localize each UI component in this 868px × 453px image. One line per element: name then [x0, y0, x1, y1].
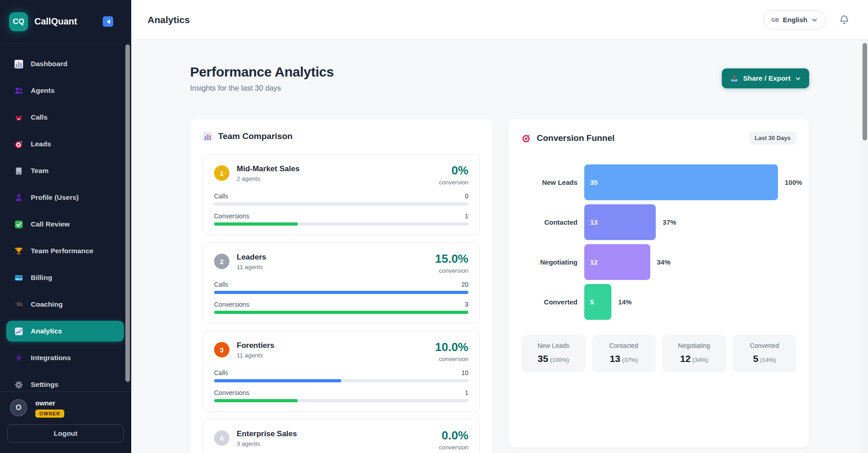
agents-icon — [14, 86, 24, 96]
team-row: 4 Enterprise Sales 3 agents 0.0% convers… — [203, 419, 480, 453]
team-row: 1 Mid-Market Sales 2 agents 0% conversio… — [203, 154, 480, 235]
page-scrollbar[interactable] — [861, 40, 868, 453]
funnel-bar: 12 — [584, 244, 650, 280]
language-selector[interactable]: GB English — [763, 10, 826, 29]
sidebar-item-team-performance[interactable]: Team Performance — [6, 241, 124, 261]
stat-box: New Leads 35(100%) — [521, 335, 586, 372]
conversion-rate: 0% — [439, 164, 468, 176]
sidebar-item-label: Coaching — [31, 300, 63, 308]
team-agents: 11 agents — [237, 352, 428, 359]
conversions-progress-bar — [214, 311, 468, 314]
sidebar-item-dashboard[interactable]: Dashboard — [6, 53, 124, 74]
check-icon — [14, 219, 24, 229]
page-subtitle: Insights for the last 30 days — [190, 84, 334, 92]
stat-box: Converted 5(14%) — [733, 335, 797, 372]
stat-box: Contacted 13(37%) — [592, 335, 656, 372]
sidebar-item-team[interactable]: Team — [6, 160, 124, 181]
rank-badge: 1 — [214, 165, 229, 181]
graduation-cap-icon — [14, 299, 24, 309]
building-icon — [14, 166, 24, 176]
funnel-bar: 5 — [584, 284, 611, 320]
collapse-arrow-icon — [105, 19, 110, 24]
period-badge: Last 30 Days — [749, 131, 797, 145]
role-badge: OWNER — [35, 410, 64, 418]
topbar: Analytics GB English — [131, 0, 868, 40]
page-title: Performance Analytics — [190, 64, 334, 80]
funnel-stats-row: New Leads 35(100%) Contacted 13(37%) Neg… — [521, 335, 796, 372]
sidebar-item-label: Team Performance — [31, 247, 93, 255]
notifications-bell-icon[interactable] — [839, 14, 850, 25]
sidebar-item-settings[interactable]: Settings — [6, 374, 124, 391]
sidebar-item-label: Analytics — [31, 327, 62, 335]
logout-button[interactable]: Logout — [7, 424, 124, 443]
sidebar-item-analytics[interactable]: Analytics — [6, 321, 124, 342]
conversions-progress-bar — [214, 399, 468, 402]
team-name: Forentiers — [237, 341, 428, 350]
sidebar-item-leads[interactable]: Leads — [6, 134, 124, 154]
sidebar-item-calls[interactable]: Calls — [6, 107, 124, 128]
share-export-button[interactable]: Share / Export — [722, 68, 809, 88]
funnel-chart: New Leads 35 100% Contacted 13 — [521, 164, 796, 320]
bar-chart-icon — [203, 131, 213, 141]
funnel-bar: 35 — [584, 164, 778, 200]
team-name: Enterprise Sales — [237, 429, 432, 439]
conversions-value: 3 — [465, 301, 468, 308]
conversion-rate: 15.0% — [435, 253, 468, 265]
trophy-icon — [14, 246, 24, 256]
person-icon — [14, 193, 24, 202]
credit-card-icon — [14, 273, 24, 283]
chevron-down-icon — [795, 76, 801, 82]
app-logo: CQ — [9, 12, 28, 31]
team-row: 3 Forentiers 11 agents 10.0% conversion — [203, 331, 480, 412]
sidebar-scrollbar-thumb[interactable] — [125, 44, 130, 382]
calls-progress-bar — [214, 379, 468, 382]
stat-box: Negotiating 12(34%) — [662, 335, 726, 372]
sidebar-item-label: Call Review — [31, 220, 70, 228]
rank-badge: 2 — [214, 254, 229, 269]
language-flag-code: GB — [771, 17, 779, 23]
funnel-row: New Leads 35 100% — [521, 164, 796, 200]
calls-progress-bar — [214, 291, 468, 294]
rank-badge: 3 — [214, 342, 229, 357]
team-row: 2 Leaders 11 agents 15.0% conversion — [203, 242, 480, 323]
user-name: owner — [35, 399, 64, 407]
funnel-row: Contacted 13 37% — [521, 204, 796, 240]
sidebar-collapse-button[interactable] — [103, 16, 113, 27]
target-icon — [14, 139, 24, 149]
funnel-row: Negotiating 12 34% — [521, 244, 796, 280]
conversions-progress-bar — [214, 222, 468, 226]
plug-icon — [14, 353, 24, 363]
calls-value: 0 — [465, 193, 468, 200]
app-window: CQ CallQuant Dashboard Agents — [0, 0, 868, 453]
sidebar-item-integrations[interactable]: Integrations — [6, 347, 124, 368]
sidebar-nav: Dashboard Agents Calls Leads — [0, 43, 131, 391]
language-label: English — [783, 16, 807, 24]
main-area: Analytics GB English Performance Analyti… — [131, 0, 868, 453]
team-comparison-card: Team Comparison 1 Mid-Market Sales 2 age… — [190, 119, 492, 453]
card-title: Team Comparison — [218, 131, 480, 141]
page-scrollbar-thumb[interactable] — [863, 43, 867, 140]
sidebar-logo-row: CQ CallQuant — [0, 0, 131, 43]
sidebar-item-coaching[interactable]: Coaching — [6, 294, 124, 315]
team-agents: 11 agents — [237, 264, 428, 270]
rank-badge: 4 — [214, 430, 229, 446]
export-tray-icon — [730, 74, 739, 83]
conversion-funnel-card: Conversion Funnel Last 30 Days New Leads… — [509, 119, 809, 448]
card-title: Conversion Funnel — [537, 133, 744, 143]
sidebar-item-label: Agents — [31, 87, 55, 95]
page-breadcrumb-title: Analytics — [148, 14, 190, 25]
sidebar-item-profile-users[interactable]: Profile (Users) — [6, 187, 124, 208]
team-agents: 3 agents — [237, 440, 432, 447]
team-name: Mid-Market Sales — [237, 164, 432, 173]
sidebar-item-label: Settings — [31, 381, 58, 389]
sidebar-item-label: Profile (Users) — [31, 193, 79, 202]
chart-increasing-icon — [14, 326, 24, 336]
sidebar-item-label: Billing — [31, 274, 52, 282]
sidebar-item-call-review[interactable]: Call Review — [6, 214, 124, 235]
sidebar-item-billing[interactable]: Billing — [6, 267, 124, 288]
sidebar-item-agents[interactable]: Agents — [6, 80, 124, 101]
sidebar-item-label: Integrations — [31, 354, 71, 362]
conversion-rate: 0.0% — [439, 429, 468, 441]
sidebar-footer: O owner OWNER Logout — [0, 391, 131, 453]
conversions-value: 1 — [465, 389, 468, 396]
